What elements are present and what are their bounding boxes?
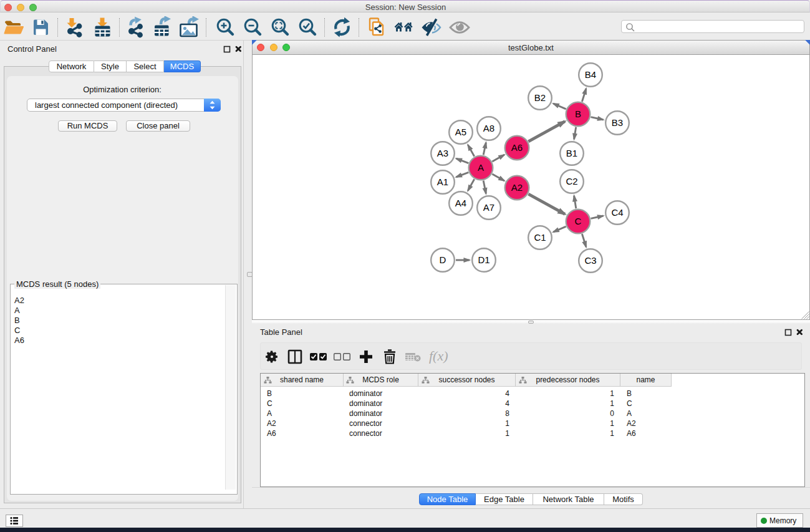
svg-text:B2: B2 xyxy=(534,92,546,103)
svg-text:A8: A8 xyxy=(483,123,494,133)
svg-text:A2: A2 xyxy=(511,182,523,193)
svg-text:B4: B4 xyxy=(585,69,596,80)
svg-text:C1: C1 xyxy=(534,232,546,243)
svg-text:C4: C4 xyxy=(611,207,623,218)
svg-text:B3: B3 xyxy=(612,117,623,128)
svg-text:D: D xyxy=(440,254,446,265)
svg-text:A4: A4 xyxy=(455,198,466,208)
svg-text:D1: D1 xyxy=(478,254,489,265)
svg-text:B1: B1 xyxy=(566,148,577,158)
svg-text:A1: A1 xyxy=(437,177,448,187)
svg-text:C2: C2 xyxy=(566,176,577,186)
svg-text:A3: A3 xyxy=(437,148,448,158)
svg-text:A5: A5 xyxy=(455,127,466,137)
svg-text:A7: A7 xyxy=(483,202,494,213)
svg-text:C: C xyxy=(575,216,582,226)
svg-text:B: B xyxy=(575,109,581,119)
svg-text:C3: C3 xyxy=(584,255,596,266)
svg-text:A6: A6 xyxy=(511,142,523,153)
svg-text:A: A xyxy=(478,162,484,173)
